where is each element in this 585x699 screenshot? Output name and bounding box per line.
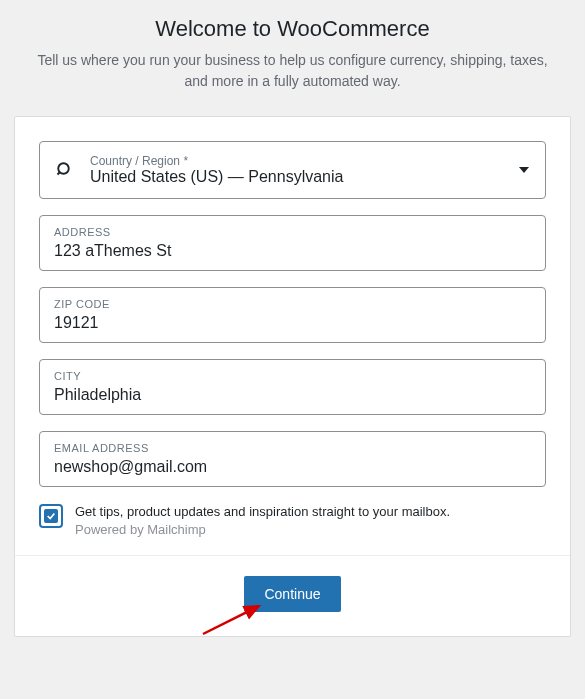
- zip-label: ZIP CODE: [54, 298, 531, 310]
- country-label: Country / Region *: [90, 154, 517, 168]
- optin-line1: Get tips, product updates and inspiratio…: [75, 503, 450, 521]
- email-field-wrap[interactable]: EMAIL ADDRESS: [39, 431, 546, 487]
- optin-row: Get tips, product updates and inspiratio…: [39, 503, 546, 539]
- check-icon: [44, 509, 58, 523]
- email-label: EMAIL ADDRESS: [54, 442, 531, 454]
- address-input[interactable]: [54, 240, 531, 262]
- form-body: Country / Region * United States (US) — …: [15, 117, 570, 555]
- optin-checkbox[interactable]: [39, 504, 63, 528]
- city-label: CITY: [54, 370, 531, 382]
- page-subtitle: Tell us where you run your business to h…: [20, 50, 565, 92]
- svg-point-0: [58, 163, 69, 174]
- page-title: Welcome to WooCommerce: [20, 16, 565, 42]
- city-field-wrap[interactable]: CITY: [39, 359, 546, 415]
- svg-line-1: [58, 172, 60, 174]
- optin-text: Get tips, product updates and inspiratio…: [75, 503, 450, 539]
- address-label: ADDRESS: [54, 226, 531, 238]
- country-content: Country / Region * United States (US) — …: [90, 154, 517, 186]
- chevron-down-icon: [517, 167, 531, 173]
- setup-card: Country / Region * United States (US) — …: [14, 116, 571, 637]
- email-input[interactable]: [54, 456, 531, 478]
- address-field-wrap[interactable]: ADDRESS: [39, 215, 546, 271]
- search-icon: [54, 161, 76, 179]
- continue-button[interactable]: Continue: [244, 576, 340, 612]
- card-footer: Continue: [15, 555, 570, 636]
- country-select[interactable]: Country / Region * United States (US) — …: [39, 141, 546, 199]
- zip-field-wrap[interactable]: ZIP CODE: [39, 287, 546, 343]
- optin-line2: Powered by Mailchimp: [75, 521, 450, 539]
- country-value: United States (US) — Pennsylvania: [90, 168, 517, 186]
- zip-input[interactable]: [54, 312, 531, 334]
- page-header: Welcome to WooCommerce Tell us where you…: [0, 0, 585, 104]
- city-input[interactable]: [54, 384, 531, 406]
